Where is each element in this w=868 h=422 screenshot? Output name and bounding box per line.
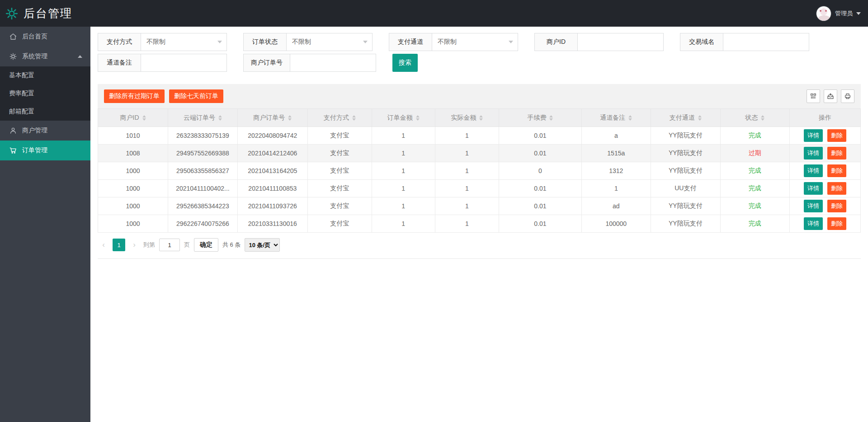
cell-status: 完成 xyxy=(720,215,790,233)
col-actual-amount[interactable]: 实际金额 xyxy=(435,109,499,127)
delete-button[interactable]: 删除 xyxy=(827,200,846,212)
delete-expired-orders-button[interactable]: 删除所有过期订单 xyxy=(104,89,165,103)
user-menu[interactable]: 管理员 xyxy=(816,6,861,21)
merchant-id-field[interactable] xyxy=(583,33,659,51)
sidebar-submenu: 基本配置 费率配置 邮箱配置 xyxy=(0,66,90,121)
col-cloud-order-no[interactable]: 云端订单号 xyxy=(168,109,238,127)
sidebar-item-basic-config[interactable]: 基本配置 xyxy=(0,66,90,84)
next-page-icon[interactable]: › xyxy=(129,239,139,251)
table-row: 1000 296226740075266 20210331130016 支付宝 … xyxy=(98,215,861,233)
sort-icon[interactable] xyxy=(761,115,764,121)
sort-icon[interactable] xyxy=(218,115,222,121)
delete-week-old-orders-button[interactable]: 删除七天前订单 xyxy=(169,89,223,103)
sort-icon[interactable] xyxy=(142,115,146,121)
cell-merchant-order-no: 20210414212406 xyxy=(237,145,307,162)
delete-button[interactable]: 删除 xyxy=(827,182,846,195)
filter-pay-channel: 支付通道 不限制 xyxy=(389,33,518,51)
filter-label: 商户ID xyxy=(534,33,578,51)
order-status-select[interactable]: 不限制 xyxy=(287,33,373,51)
table-row: 1000 295266385344223 20210411093726 支付宝 … xyxy=(98,197,861,215)
col-pay-channel[interactable]: 支付通道 xyxy=(651,109,721,127)
columns-icon[interactable] xyxy=(807,89,820,103)
cell-pay-method: 支付宝 xyxy=(307,145,372,162)
cell-actual-amount: 1 xyxy=(435,127,499,145)
detail-button[interactable]: 详情 xyxy=(804,217,823,230)
cell-channel-note: 1312 xyxy=(581,162,651,180)
sort-icon[interactable] xyxy=(416,115,420,121)
pay-channel-select[interactable]: 不限制 xyxy=(432,33,518,51)
merchant-order-no-field-wrap xyxy=(290,54,376,72)
sort-icon[interactable] xyxy=(549,115,553,121)
sidebar-item-mail-config[interactable]: 邮箱配置 xyxy=(0,103,90,121)
page-button[interactable]: 1 xyxy=(113,239,125,251)
detail-button[interactable]: 详情 xyxy=(804,182,823,195)
delete-button[interactable]: 删除 xyxy=(827,217,846,230)
channel-note-field[interactable] xyxy=(146,54,222,71)
sidebar-item-label: 费率配置 xyxy=(9,89,34,98)
chevron-down-icon xyxy=(363,41,368,43)
col-merchant-order-no[interactable]: 商户订单号 xyxy=(237,109,307,127)
cell-order-amount: 1 xyxy=(372,215,435,233)
delete-button[interactable]: 删除 xyxy=(827,164,846,177)
cell-channel-note: 1 xyxy=(581,180,651,197)
table-row: 1008 294957552669388 20210414212406 支付宝 … xyxy=(98,145,861,162)
sort-icon[interactable] xyxy=(698,115,702,121)
goto-page-input[interactable] xyxy=(159,239,180,251)
filter-label: 商户订单号 xyxy=(243,54,290,72)
pagination: ‹ 1 › 到第 页 确定 共 6 条 10 条/页 xyxy=(98,233,861,258)
filter-order-status: 订单状态 不限制 xyxy=(243,33,373,51)
cell-cloud-order-no: 263238333075139 xyxy=(168,127,238,145)
sidebar-item-merchant[interactable]: 商户管理 xyxy=(0,121,90,141)
cell-order-amount: 1 xyxy=(372,127,435,145)
col-status[interactable]: 状态 xyxy=(720,109,790,127)
sort-icon[interactable] xyxy=(352,115,356,121)
search-button[interactable]: 搜索 xyxy=(392,54,418,72)
col-merchant-id[interactable]: 商户ID xyxy=(98,109,168,127)
filter-label: 订单状态 xyxy=(243,33,287,51)
cell-pay-method: 支付宝 xyxy=(307,127,372,145)
detail-button[interactable]: 详情 xyxy=(804,164,823,177)
cell-fee: 0.01 xyxy=(499,180,581,197)
cell-cloud-order-no: 295266385344223 xyxy=(168,197,238,215)
delete-button[interactable]: 删除 xyxy=(827,147,846,159)
table-header-row: 商户ID 云端订单号 商户订单号 支付方式 订单金额 实际金额 手续费 通道备注… xyxy=(98,109,861,127)
select-value: 不限制 xyxy=(146,38,165,46)
col-pay-method[interactable]: 支付方式 xyxy=(307,109,372,127)
delete-button[interactable]: 删除 xyxy=(827,129,846,142)
goto-confirm-button[interactable]: 确定 xyxy=(194,238,218,252)
detail-button[interactable]: 详情 xyxy=(804,147,823,159)
table-row: 1000 295063355856327 20210413164205 支付宝 … xyxy=(98,162,861,180)
sidebar-item-system[interactable]: 系统管理 xyxy=(0,47,90,66)
page-size-select[interactable]: 10 条/页 xyxy=(245,238,280,252)
detail-button[interactable]: 详情 xyxy=(804,129,823,142)
sidebar-item-rate-config[interactable]: 费率配置 xyxy=(0,84,90,103)
table-toolbar: 删除所有过期订单 删除七天前订单 xyxy=(98,84,861,108)
brand: 后台管理 xyxy=(5,6,72,21)
cell-actions: 详情 删除 xyxy=(790,127,861,145)
col-order-amount[interactable]: 订单金额 xyxy=(372,109,435,127)
merchant-order-no-field[interactable] xyxy=(296,54,371,71)
sort-icon[interactable] xyxy=(288,115,292,121)
export-icon[interactable] xyxy=(824,89,837,103)
cell-order-amount: 1 xyxy=(372,197,435,215)
cell-actual-amount: 1 xyxy=(435,145,499,162)
sort-icon[interactable] xyxy=(479,115,483,121)
sort-icon[interactable] xyxy=(628,115,632,121)
pay-method-select[interactable]: 不限制 xyxy=(141,33,227,51)
cell-merchant-order-no: 20220408094742 xyxy=(237,127,307,145)
sidebar-item-orders[interactable]: 订单管理 xyxy=(0,141,90,160)
cell-actual-amount: 1 xyxy=(435,180,499,197)
filter-merchant-id: 商户ID xyxy=(534,33,664,51)
merchant-id-field-wrap xyxy=(578,33,664,51)
cell-pay-method: 支付宝 xyxy=(307,162,372,180)
print-icon[interactable] xyxy=(841,89,854,103)
sidebar-item-home[interactable]: 后台首页 xyxy=(0,27,90,47)
gear-icon xyxy=(9,52,17,61)
sidebar-item-label: 后台首页 xyxy=(22,33,47,41)
trade-domain-field[interactable] xyxy=(729,33,804,51)
cell-pay-method: 支付宝 xyxy=(307,180,372,197)
col-fee[interactable]: 手续费 xyxy=(499,109,581,127)
col-channel-note[interactable]: 通道备注 xyxy=(581,109,651,127)
prev-page-icon[interactable]: ‹ xyxy=(99,239,108,251)
detail-button[interactable]: 详情 xyxy=(804,200,823,212)
